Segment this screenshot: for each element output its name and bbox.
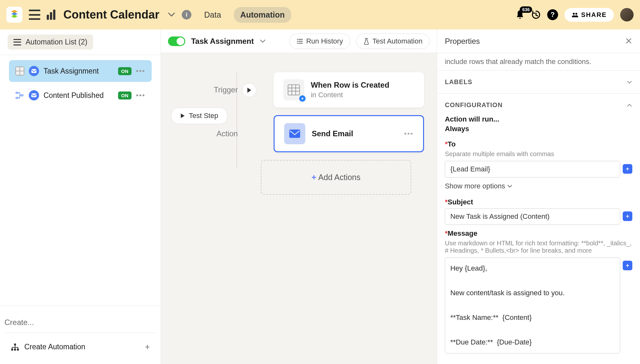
nav-data[interactable]: Data [198, 7, 228, 23]
automation-item-label: Task Assignment [44, 67, 114, 75]
nav-automation[interactable]: Automation [234, 7, 291, 23]
action-run-label: Action will run... [445, 115, 632, 123]
run-history-button[interactable]: Run History [289, 34, 350, 49]
chart-icon[interactable] [47, 10, 57, 20]
automation-item-label: Content Published [44, 91, 114, 100]
list-icon [297, 38, 303, 44]
chevron-down-icon [507, 185, 512, 188]
svg-rect-8 [11, 349, 13, 351]
chevron-up-icon [627, 103, 632, 107]
add-variable-button[interactable]: + [623, 261, 632, 270]
app-header: Content Calendar i Data Automation 636 ?… [0, 0, 640, 29]
notification-count: 636 [520, 6, 532, 13]
create-label: Create... [4, 312, 156, 333]
svg-rect-6 [31, 93, 36, 97]
sitemap-icon [11, 343, 19, 351]
list-icon [13, 39, 21, 45]
message-label: *Message [445, 229, 632, 238]
more-icon[interactable]: ••• [136, 67, 145, 75]
chevron-down-icon[interactable] [168, 12, 175, 17]
svg-point-1 [575, 13, 577, 15]
page-title: Content Calendar [63, 8, 159, 21]
plus-icon: + [145, 342, 150, 352]
share-button[interactable]: SHARE [564, 8, 614, 22]
trigger-label: Trigger [174, 85, 238, 94]
subject-label: *Subject [445, 198, 632, 206]
info-icon[interactable]: i [182, 10, 191, 20]
svg-rect-5 [21, 95, 23, 96]
svg-rect-9 [14, 349, 16, 351]
more-icon[interactable]: ••• [404, 130, 413, 138]
notification-bell[interactable]: 636 [515, 10, 525, 20]
svg-rect-2 [31, 69, 36, 73]
automation-sidebar: Automation List (2) Task Assignment ON •… [0, 29, 161, 364]
chevron-down-icon[interactable] [260, 39, 266, 44]
play-icon [180, 113, 185, 118]
test-step-button[interactable]: Test Step [171, 107, 228, 124]
to-label: *To [445, 140, 632, 148]
add-actions-button[interactable]: +Add Actions [261, 160, 411, 195]
close-icon[interactable]: ✕ [625, 36, 632, 46]
trigger-card-title: When Row is Created [311, 81, 389, 90]
automation-name: Task Assignment [191, 37, 254, 46]
to-input[interactable]: {Lead Email} [445, 161, 620, 178]
mail-icon [29, 90, 39, 100]
add-variable-button[interactable]: + [623, 164, 632, 174]
history-icon[interactable] [531, 10, 541, 20]
chevron-down-icon [627, 80, 632, 84]
plus-icon: + [312, 173, 316, 182]
properties-panel: Properties ✕ include rows that already m… [437, 29, 640, 364]
properties-title: Properties [445, 37, 480, 46]
svg-rect-10 [17, 349, 19, 351]
subject-input[interactable]: New Task is Assigned (Content) [445, 208, 620, 225]
app-logo[interactable] [6, 7, 22, 23]
menu-icon[interactable] [29, 10, 40, 20]
action-card-title: Send Email [312, 129, 398, 138]
test-automation-button[interactable]: Test Automation [356, 34, 430, 49]
share-label: SHARE [581, 11, 607, 19]
help-icon[interactable]: ? [547, 9, 558, 20]
show-more-options[interactable]: Show more options [445, 182, 632, 190]
svg-rect-7 [14, 344, 16, 345]
status-badge: ON [118, 67, 132, 75]
mail-icon [284, 123, 305, 144]
more-icon[interactable]: ••• [136, 91, 145, 99]
plus-badge-icon: + [299, 95, 306, 102]
table-icon: + [283, 79, 304, 100]
config-section-header[interactable]: CONFIGURATION [445, 101, 632, 109]
add-variable-button[interactable]: + [623, 211, 632, 221]
action-run-value: Always [445, 125, 632, 133]
action-label: Action [174, 129, 238, 138]
automation-item-task-assignment[interactable]: Task Assignment ON ••• [9, 60, 152, 82]
to-hint: Separate multiple emails with commas [445, 150, 632, 158]
svg-rect-11 [288, 85, 300, 95]
svg-point-0 [573, 13, 575, 15]
message-hint: Use markdown or HTML for rich text forma… [445, 240, 632, 254]
play-button[interactable] [242, 83, 256, 97]
user-avatar[interactable] [620, 8, 634, 21]
trigger-card-subtitle: in Content [311, 91, 389, 99]
action-card-send-email[interactable]: Send Email ••• [274, 115, 424, 152]
automation-toggle[interactable] [168, 36, 185, 46]
automation-canvas: Task Assignment Run History Test Automat… [161, 29, 437, 364]
svg-rect-3 [16, 92, 18, 93]
svg-rect-16 [289, 130, 300, 138]
people-icon [572, 12, 579, 18]
properties-hint: include rows that already match the cond… [437, 53, 640, 71]
svg-rect-4 [16, 97, 18, 99]
message-textarea[interactable]: Hey {Lead}, New content/task is assigned… [445, 257, 620, 353]
flask-icon [364, 38, 369, 45]
trigger-card[interactable]: + When Row is Created in Content [274, 72, 424, 107]
labels-section-header[interactable]: LABELS [445, 78, 632, 86]
mail-icon [29, 66, 39, 76]
tree-icon [15, 91, 24, 100]
automation-item-content-published[interactable]: Content Published ON ••• [9, 84, 152, 106]
status-badge: ON [118, 91, 132, 99]
sidebar-title[interactable]: Automation List (2) [8, 35, 93, 50]
create-automation-button[interactable]: Create Automation + [4, 339, 156, 354]
table-icon [15, 67, 24, 75]
